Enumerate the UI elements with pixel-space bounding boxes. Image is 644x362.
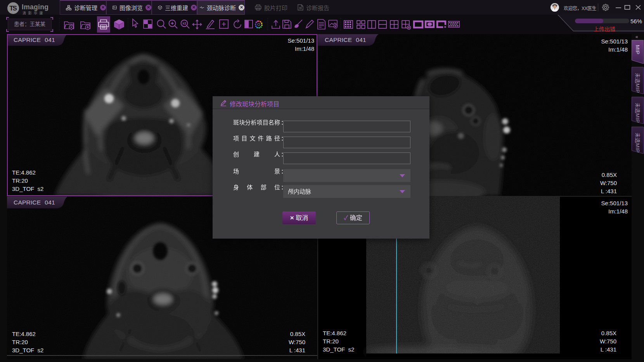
svg-text:TS: TS [9,5,17,12]
svg-text:x2: x2 [182,21,186,25]
